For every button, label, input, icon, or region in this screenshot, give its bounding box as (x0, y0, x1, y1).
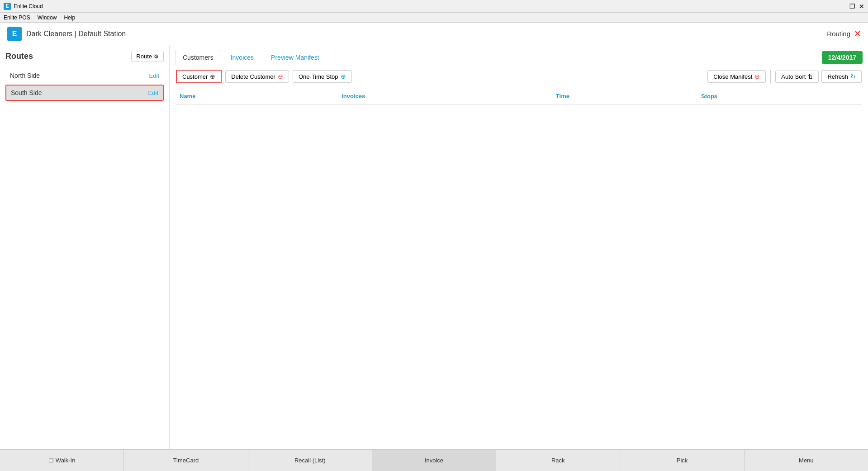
col-stops[interactable]: Stops (697, 88, 862, 105)
appheader-right: Routing ✕ (827, 29, 861, 39)
col-name[interactable]: Name (176, 88, 338, 105)
titlebar-app-name: Enlite Cloud (14, 3, 43, 10)
bottombar-invoice-label: Invoice (425, 457, 443, 464)
route-button[interactable]: Route ⚙ (131, 51, 164, 62)
bottombar-recall-list-label: Recall (List) (294, 457, 326, 464)
left-panel: Routes Route ⚙ North Side Edit South Sid… (0, 45, 170, 449)
tab-customers[interactable]: Customers (175, 50, 221, 65)
routes-header: Routes Route ⚙ (5, 51, 164, 62)
bottombar-pick[interactable]: Pick (620, 450, 744, 471)
app-title: Dark Cleaners | Default Station (26, 30, 126, 38)
routing-label: Routing (827, 30, 850, 38)
delete-customer-label: Delete Customer (231, 73, 275, 80)
bottombar-timecard-label: TimeCard (173, 457, 199, 464)
titlebar: E Enlite Cloud — ❐ ✕ (0, 0, 868, 13)
customers-table: Name Invoices Time Stops (176, 88, 862, 105)
bottombar-walk-in-label: Walk-In (56, 457, 76, 464)
bottombar-invoice[interactable]: Invoice (372, 450, 496, 471)
delete-customer-icon: ⊖ (278, 73, 283, 80)
toolbar: Customer ⊕ Delete Customer ⊖ One-Time St… (170, 65, 868, 88)
one-time-stop-label: One-Time Stop (299, 73, 338, 80)
route-gear-icon: ⚙ (154, 53, 159, 60)
main-content: Routes Route ⚙ North Side Edit South Sid… (0, 45, 868, 449)
menu-item-window[interactable]: Window (38, 14, 57, 21)
app-icon: E (4, 3, 11, 10)
auto-sort-label: Auto Sort (781, 73, 806, 80)
refresh-button[interactable]: Refresh ↻ (821, 70, 862, 83)
route-button-label: Route (136, 53, 152, 60)
right-panel: Customers Invoices Preview Manifest 12/4… (170, 45, 868, 449)
customer-button[interactable]: Customer ⊕ (176, 70, 222, 83)
customer-button-label: Customer (182, 73, 208, 80)
routes-title: Routes (5, 52, 33, 61)
tabs-container: Customers Invoices Preview Manifest (175, 50, 329, 65)
appheader-left: E Dark Cleaners | Default Station (7, 27, 126, 41)
toolbar-right: Close Manifest ⊖ Auto Sort ⇅ Refresh ↻ (707, 70, 862, 83)
delete-customer-button[interactable]: Delete Customer ⊖ (225, 70, 289, 83)
route-north-side-name: North Side (10, 72, 40, 79)
table-container: Name Invoices Time Stops (170, 88, 868, 449)
refresh-label: Refresh (827, 73, 848, 80)
close-manifest-button[interactable]: Close Manifest ⊖ (707, 70, 766, 83)
auto-sort-button[interactable]: Auto Sort ⇅ (775, 71, 819, 83)
app-logo: E (7, 27, 22, 41)
bottombar-walk-in[interactable]: ☐ Walk-In (0, 450, 124, 471)
close-manifest-label: Close Manifest (713, 73, 752, 80)
table-header-row: Name Invoices Time Stops (176, 88, 862, 105)
date-badge: 12/4/2017 (822, 51, 863, 64)
bottom-bar: ☐ Walk-In TimeCard Recall (List) Invoice… (0, 449, 868, 471)
refresh-icon: ↻ (850, 73, 856, 80)
bottombar-menu-label: Menu (799, 457, 814, 464)
titlebar-controls: — ❐ ✕ (840, 3, 864, 10)
toolbar-divider (770, 70, 771, 83)
customer-plus-icon: ⊕ (210, 73, 215, 80)
bottombar-timecard[interactable]: TimeCard (124, 450, 248, 471)
route-south-side-name: South Side (11, 89, 42, 96)
routing-close-button[interactable]: ✕ (854, 29, 861, 39)
close-button[interactable]: ✕ (859, 3, 864, 10)
tabs-bar: Customers Invoices Preview Manifest 12/4… (170, 50, 868, 65)
minimize-button[interactable]: — (840, 3, 846, 10)
auto-sort-icon: ⇅ (808, 73, 813, 80)
tab-invoices[interactable]: Invoices (223, 50, 261, 65)
bottombar-recall-list[interactable]: Recall (List) (248, 450, 372, 471)
route-item-north-side[interactable]: North Side Edit (5, 68, 164, 83)
one-time-stop-icon: ⊕ (341, 73, 346, 80)
close-manifest-icon: ⊖ (754, 73, 760, 80)
tab-preview-manifest[interactable]: Preview Manifest (263, 50, 327, 65)
bottombar-pick-label: Pick (677, 457, 688, 464)
bottombar-menu[interactable]: Menu (745, 450, 868, 471)
menubar: Enlite POS Window Help (0, 13, 868, 23)
col-invoices[interactable]: Invoices (338, 88, 552, 105)
route-north-side-edit[interactable]: Edit (149, 72, 159, 79)
route-item-south-side[interactable]: South Side Edit (5, 85, 164, 101)
menu-item-help[interactable]: Help (64, 14, 75, 21)
route-south-side-edit[interactable]: Edit (148, 90, 158, 96)
restore-button[interactable]: ❐ (849, 3, 855, 10)
bottombar-rack-label: Rack (551, 457, 565, 464)
titlebar-left: E Enlite Cloud (4, 3, 43, 10)
one-time-stop-button[interactable]: One-Time Stop ⊕ (293, 70, 352, 83)
walk-in-checkbox-icon: ☐ (48, 457, 54, 464)
menu-item-pos[interactable]: Enlite POS (4, 14, 30, 21)
toolbar-left: Customer ⊕ Delete Customer ⊖ One-Time St… (176, 70, 352, 83)
app-header: E Dark Cleaners | Default Station Routin… (0, 23, 868, 45)
bottombar-rack[interactable]: Rack (496, 450, 620, 471)
col-time[interactable]: Time (552, 88, 697, 105)
